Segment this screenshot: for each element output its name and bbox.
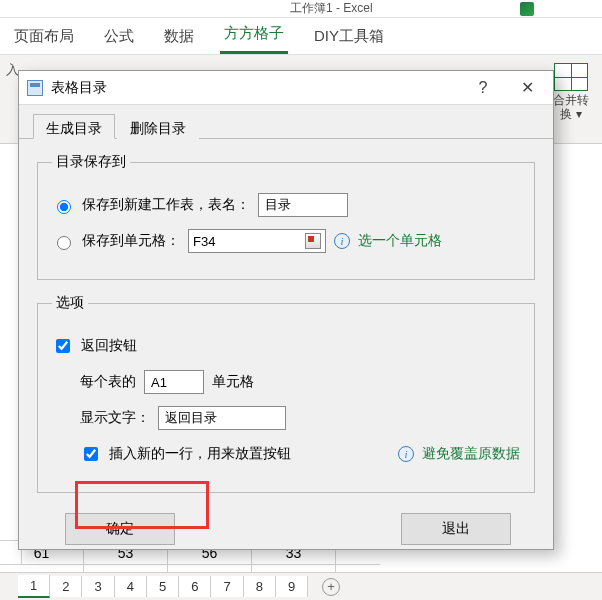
sheet-tab[interactable]: 7 bbox=[211, 576, 243, 597]
ribbon-tab-data[interactable]: 数据 bbox=[160, 23, 198, 54]
each-sheet-prefix: 每个表的 bbox=[80, 373, 136, 391]
cell-ref-input[interactable]: F34 bbox=[188, 229, 326, 253]
radio-save-new-sheet[interactable] bbox=[57, 200, 71, 214]
merge-label-1: 合并转 bbox=[548, 93, 594, 107]
sheet-tab[interactable]: 6 bbox=[179, 576, 211, 597]
display-text-input[interactable] bbox=[158, 406, 286, 430]
range-picker-icon[interactable] bbox=[305, 233, 321, 249]
check-back-button[interactable] bbox=[56, 339, 70, 353]
exit-button[interactable]: 退出 bbox=[401, 513, 511, 545]
check-back-button-label[interactable]: 返回按钮 bbox=[81, 337, 137, 355]
merge-icon bbox=[554, 63, 588, 91]
tab-delete[interactable]: 删除目录 bbox=[117, 114, 199, 139]
merge-label-2: 换 ▾ bbox=[548, 107, 594, 121]
radio-save-cell-label[interactable]: 保存到单元格： bbox=[82, 232, 180, 250]
check-insert-row[interactable] bbox=[84, 447, 98, 461]
each-sheet-suffix: 单元格 bbox=[212, 373, 254, 391]
row-each-sheet-cell: 每个表的 单元格 bbox=[52, 366, 520, 398]
display-text-label: 显示文字： bbox=[80, 409, 150, 427]
row-back-button: 返回按钮 bbox=[52, 330, 520, 362]
options-group: 选项 返回按钮 每个表的 单元格 显示文字： 插入新的一行，用来放置按钮 i 避… bbox=[37, 294, 535, 493]
row-save-new-sheet: 保存到新建工作表，表名： bbox=[52, 189, 520, 221]
sheet-tab[interactable]: 4 bbox=[115, 576, 147, 597]
dialog-icon bbox=[27, 80, 43, 96]
options-legend: 选项 bbox=[52, 294, 88, 312]
new-sheet-name-input[interactable] bbox=[258, 193, 348, 217]
cell-ref-value: F34 bbox=[193, 234, 215, 249]
info-icon[interactable]: i bbox=[398, 446, 414, 462]
check-insert-row-label[interactable]: 插入新的一行，用来放置按钮 bbox=[109, 445, 291, 463]
save-to-legend: 目录保存到 bbox=[52, 153, 130, 171]
row-insert-row: 插入新的一行，用来放置按钮 i 避免覆盖原数据 bbox=[52, 438, 520, 470]
ribbon-tabs: 页面布局 公式 数据 方方格子 DIY工具箱 bbox=[0, 18, 602, 54]
save-to-group: 目录保存到 保存到新建工作表，表名： 保存到单元格： F34 i 选一个单元格 bbox=[37, 153, 535, 280]
ok-button[interactable]: 确定 bbox=[65, 513, 175, 545]
ribbon-display-icon[interactable] bbox=[520, 2, 534, 16]
ribbon-tab-formulas[interactable]: 公式 bbox=[100, 23, 138, 54]
pick-cell-link[interactable]: 选一个单元格 bbox=[358, 232, 442, 250]
sheet-tab[interactable]: 5 bbox=[147, 576, 179, 597]
row-save-cell: 保存到单元格： F34 i 选一个单元格 bbox=[52, 225, 520, 257]
sheet-tab-bar: 1 2 3 4 5 6 7 8 9 + bbox=[0, 572, 602, 600]
row-display-text: 显示文字： bbox=[52, 402, 520, 434]
ribbon-tab-diy[interactable]: DIY工具箱 bbox=[310, 23, 388, 54]
dialog-body: 目录保存到 保存到新建工作表，表名： 保存到单元格： F34 i 选一个单元格 … bbox=[19, 139, 553, 559]
radio-save-new-sheet-label[interactable]: 保存到新建工作表，表名： bbox=[82, 196, 250, 214]
sheet-tab[interactable]: 9 bbox=[276, 576, 308, 597]
close-button[interactable]: ✕ bbox=[505, 74, 549, 102]
ribbon-tab-fangfang[interactable]: 方方格子 bbox=[220, 20, 288, 54]
workbook-title: 工作簿1 - Excel bbox=[290, 0, 373, 17]
sheet-tab[interactable]: 3 bbox=[82, 576, 114, 597]
new-sheet-button[interactable]: + bbox=[322, 578, 340, 596]
ribbon-tab-pagelayout[interactable]: 页面布局 bbox=[10, 23, 78, 54]
dialog-tabs: 生成目录 删除目录 bbox=[19, 105, 553, 139]
info-icon[interactable]: i bbox=[334, 233, 350, 249]
dialog-titlebar[interactable]: 表格目录 ? ✕ bbox=[19, 71, 553, 105]
help-button[interactable]: ? bbox=[461, 74, 505, 102]
ribbon-merge-group[interactable]: 合并转 换 ▾ bbox=[548, 63, 594, 121]
radio-save-cell[interactable] bbox=[57, 236, 71, 250]
sheet-tab[interactable]: 1 bbox=[18, 575, 50, 598]
tab-generate[interactable]: 生成目录 bbox=[33, 114, 115, 139]
excel-titlebar: 工作簿1 - Excel bbox=[0, 0, 602, 18]
table-of-contents-dialog: 表格目录 ? ✕ 生成目录 删除目录 目录保存到 保存到新建工作表，表名： 保存… bbox=[18, 70, 554, 550]
each-sheet-cell-input[interactable] bbox=[144, 370, 204, 394]
avoid-overwrite-link[interactable]: 避免覆盖原数据 bbox=[422, 445, 520, 463]
dialog-title: 表格目录 bbox=[51, 79, 461, 97]
sheet-tab[interactable]: 8 bbox=[244, 576, 276, 597]
sheet-tab[interactable]: 2 bbox=[50, 576, 82, 597]
dialog-buttons: 确定 退出 bbox=[37, 507, 535, 545]
